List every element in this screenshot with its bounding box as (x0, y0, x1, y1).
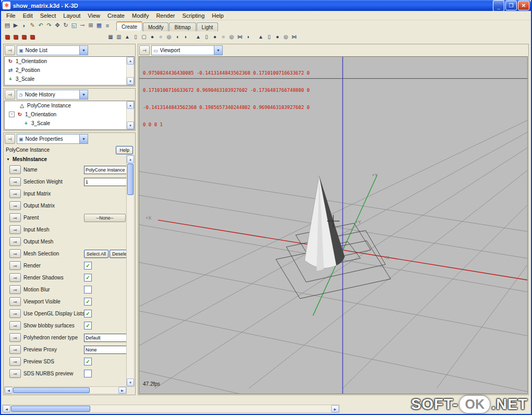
tree-item-scale[interactable]: + 3_Scale (5, 119, 134, 128)
axis-cube-icon-2[interactable]: ◼ (12, 32, 20, 41)
menu-file[interactable]: File (3, 12, 19, 19)
nurbs-torus-icon[interactable]: ◎ (228, 32, 236, 41)
scroll-right-icon[interactable]: ▶ (118, 387, 126, 394)
menu-layout[interactable]: Layout (59, 12, 84, 19)
section-meshinstance[interactable]: ▼ MeshInstance (5, 155, 127, 164)
poly-paraboloid-icon[interactable]: ◖ (174, 32, 182, 41)
tab-modify[interactable]: Modify (143, 22, 168, 31)
pin-icon[interactable]: ⊣ (5, 45, 15, 55)
pin-icon[interactable]: ⊣ (139, 45, 150, 55)
sds-torus-icon[interactable]: ◎ (282, 32, 290, 41)
channel-icon[interactable]: ⊸ (9, 273, 21, 282)
sds-hyperboloid-icon[interactable]: ⋈ (291, 32, 298, 41)
help-button[interactable]: Help (116, 146, 133, 154)
chevron-down-icon[interactable]: ▼ (79, 46, 88, 55)
scrollbar-thumb[interactable] (13, 387, 90, 393)
properties-horizontal-scrollbar[interactable]: ◀ ▶ (4, 386, 127, 394)
node-history-scrollbar[interactable]: ▲ ▼ (126, 101, 134, 129)
sds-nurbs-preview-checkbox[interactable] (84, 370, 92, 377)
scale-tool-icon[interactable]: ◱ (70, 21, 78, 30)
tab-light[interactable]: Light (197, 22, 219, 31)
channel-icon[interactable]: ⊸ (9, 309, 21, 318)
axis-cube-icon-4[interactable]: ◼ (29, 32, 37, 41)
render-shadows-checkbox[interactable]: ✓ (84, 274, 92, 282)
channel-icon[interactable]: ⊸ (9, 285, 21, 294)
select-cursor-icon[interactable]: ▶ (12, 21, 20, 30)
motion-blur-checkbox[interactable] (84, 286, 92, 294)
tab-create[interactable]: Create (116, 21, 142, 31)
scrollbar-track[interactable] (90, 387, 118, 394)
name-input[interactable] (84, 166, 127, 174)
plug-node-icon[interactable]: ⊸ (79, 21, 87, 30)
scrollbar-track[interactable] (91, 405, 331, 412)
menu-view[interactable]: View (84, 12, 104, 19)
maximize-button[interactable]: ❐ (505, 1, 517, 10)
scroll-left-icon[interactable]: ◀ (5, 387, 13, 394)
preview-sds-checkbox[interactable]: ✓ (84, 358, 92, 365)
viewport-combobox[interactable]: ▭ Viewport ▼ (151, 45, 223, 55)
node-list-scrollbar[interactable]: ▲ ▼ (126, 57, 134, 85)
list-item-scale[interactable]: + 3_Scale (5, 75, 134, 83)
list-item-position[interactable]: ⇄ 2_Position (5, 66, 134, 75)
tab-bitmap[interactable]: Bitmap (169, 22, 196, 31)
new-document-icon[interactable]: ▤ (4, 21, 11, 30)
nurbs-cylinder-icon[interactable]: ▯ (203, 32, 211, 41)
sds-cone-icon[interactable]: ▲ (257, 32, 265, 41)
preview-proxy-input[interactable] (84, 346, 127, 354)
render-checkbox[interactable]: ✓ (84, 262, 92, 270)
channel-icon[interactable]: ⊸ (9, 369, 21, 378)
tree-item-orientation[interactable]: − ↻ 1_Orientation (5, 110, 134, 119)
grid-icon[interactable]: ▦ (95, 21, 103, 30)
scroll-up-icon[interactable]: ▲ (127, 155, 134, 163)
channel-icon[interactable]: ⊸ (9, 333, 21, 342)
show-blobby-surfaces-checkbox[interactable]: ✓ (84, 322, 92, 329)
menu-create[interactable]: Create (104, 12, 128, 19)
tree-collapse-icon[interactable]: − (9, 112, 15, 117)
pencil-icon[interactable]: ✎ (29, 21, 37, 30)
scrollbar-thumb[interactable] (127, 164, 134, 195)
undo-icon[interactable]: ↶ (37, 21, 45, 30)
poly-cone-icon[interactable]: ▲ (124, 32, 131, 41)
opengl-display-lists-checkbox[interactable]: ✓ (84, 310, 92, 318)
minimize-button[interactable]: _ (493, 0, 504, 11)
channel-icon[interactable]: ⊸ (9, 261, 21, 270)
pin-icon[interactable]: ⊣ (5, 90, 15, 100)
node-properties-combobox[interactable]: ▣ Node Properties ▼ (17, 134, 88, 144)
polyhedron-render-type-input[interactable] (84, 334, 127, 342)
scroll-up-icon[interactable]: ▲ (127, 101, 134, 109)
select-all-button[interactable]: Select All (84, 250, 108, 258)
menu-select[interactable]: Select (37, 12, 60, 19)
move-tool-icon[interactable]: ✥ (54, 21, 62, 30)
nurbs-circle-icon[interactable]: ○ (220, 32, 227, 41)
viewport-canvas[interactable]: 0.9750824436430085 -0.1413144843562368 0… (139, 56, 528, 394)
nurbs-disk-icon[interactable]: ◗ (245, 32, 252, 41)
channel-icon[interactable]: ⊸ (9, 213, 21, 222)
poly-disk-icon[interactable]: ◗ (182, 32, 190, 41)
parent-button[interactable]: --None-- (84, 214, 126, 222)
scroll-down-icon[interactable]: ▼ (127, 379, 134, 386)
channel-icon[interactable]: ⊸ (9, 345, 21, 354)
snap-icon[interactable]: ⊞ (87, 21, 95, 30)
scroll-down-icon[interactable]: ▼ (127, 77, 134, 85)
menu-render[interactable]: Render (152, 12, 178, 19)
deselect-button[interactable]: Deselect (110, 250, 127, 258)
chevron-down-icon[interactable]: ▼ (79, 90, 88, 99)
nurbs-cone-icon[interactable]: ▲ (195, 32, 202, 41)
scroll-right-icon[interactable]: ▶ (331, 405, 339, 412)
node-list-combobox[interactable]: ▣ Node List ▼ (17, 45, 88, 55)
sds-sphere-icon[interactable]: ● (274, 32, 282, 41)
tree-item-polycone[interactable]: △ PolyCone Instance (5, 101, 134, 110)
channel-icon[interactable]: ⊸ (9, 225, 21, 234)
polygon-faces-icon[interactable]: ▥ (115, 32, 123, 41)
menu-scripting[interactable]: Scripting (178, 12, 208, 19)
channel-icon[interactable]: ⊸ (9, 177, 21, 186)
list-item-orientation[interactable]: ↻ 1_Orientation (5, 57, 134, 66)
poly-sphere-icon[interactable]: ● (149, 32, 156, 41)
channel-icon[interactable]: ⊸ (9, 357, 21, 366)
scrollbar-thumb[interactable] (11, 406, 90, 412)
scroll-up-icon[interactable]: ▲ (127, 57, 134, 65)
sds-cylinder-icon[interactable]: ▯ (265, 32, 273, 41)
close-button[interactable]: ✕ (518, 1, 529, 10)
channel-icon[interactable]: ⊸ (9, 165, 21, 174)
nurbs-sphere-icon[interactable]: ● (211, 32, 219, 41)
